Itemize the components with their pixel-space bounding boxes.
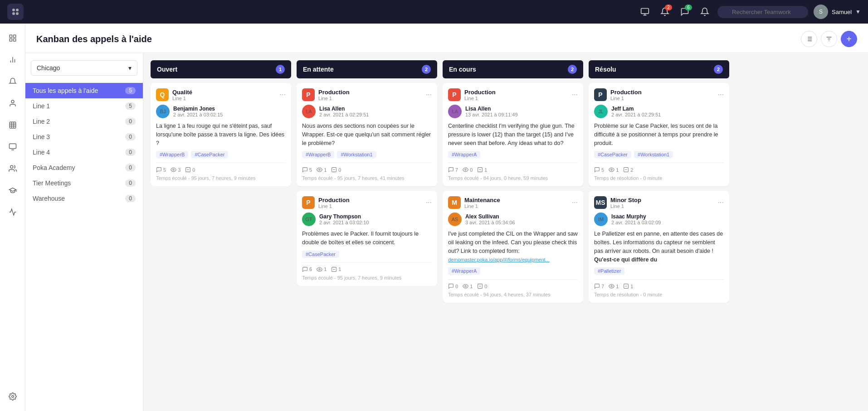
card-more-btn[interactable]: ··· [718, 91, 724, 99]
column-header: En attente 2 [297, 60, 437, 78]
app-logo[interactable] [7, 4, 24, 20]
svg-rect-15 [10, 122, 16, 128]
card-stats: 6 1 1 [302, 266, 341, 272]
card-elapsed: Temps écoulé - 94 jours, 4 heures, 37 mi… [448, 292, 578, 297]
sidebar-nav-item[interactable]: Poka Academy0 [25, 160, 143, 175]
card-more-btn[interactable]: ··· [426, 198, 432, 207]
alerts-nav-btn[interactable] [4, 73, 22, 91]
card-line: Line 1 [610, 96, 642, 101]
svg-point-14 [11, 100, 14, 103]
svg-rect-20 [9, 144, 16, 149]
sidebar-item-label: Line 1 [33, 102, 50, 110]
svg-point-0 [12, 9, 15, 11]
monitor-icon-btn[interactable] [638, 5, 652, 19]
card-tags: #WrapperA [448, 267, 578, 275]
card-tag[interactable]: #Workstation1 [634, 151, 673, 158]
sidebar-item-label: Line 3 [33, 133, 50, 140]
search-input[interactable] [717, 6, 808, 18]
location-dropdown[interactable]: Chicago ▾ [31, 60, 137, 76]
card-more-btn[interactable]: ··· [572, 91, 578, 99]
notifications-btn[interactable]: 2 [658, 5, 672, 19]
card-tag[interactable]: #WrapperA [448, 151, 480, 158]
column-title: Ouvert [157, 66, 177, 73]
kanban-card[interactable]: P Production Line 1 ··· GT Gary Thompson… [297, 191, 437, 286]
nav-count: 0 [125, 164, 136, 171]
kanban-card[interactable]: M Maintenance Line 1 ··· AS Alex Sulliva… [443, 191, 583, 303]
main-content: Kanban des appels à l'aide + [25, 24, 868, 411]
card-more-btn[interactable]: ··· [426, 91, 432, 99]
nav-count: 0 [125, 179, 136, 187]
list-view-btn[interactable] [801, 31, 817, 47]
kanban-card[interactable]: P Production Line 1 ··· JL Jeff Lam 2 av… [589, 83, 729, 186]
card-more-btn[interactable]: ··· [572, 198, 578, 207]
card-tag[interactable]: #Workstation1 [337, 151, 376, 158]
card-more-btn[interactable]: ··· [718, 198, 724, 207]
card-footer: 7 1 1 [594, 279, 724, 289]
svg-point-39 [319, 269, 320, 270]
card-user-name: Isaac Murphy [611, 213, 661, 220]
card-user-info: Alex Sullivan 3 avr. 2021 à 05:34:06 [465, 213, 515, 225]
card-user-name: Gary Thompson [319, 213, 369, 220]
sidebar-nav-item[interactable]: Line 15 [25, 98, 143, 114]
card-tag[interactable]: #CasePacker [594, 151, 631, 158]
analytics-nav-btn[interactable] [4, 51, 22, 69]
column-header: Ouvert 1 [151, 60, 291, 78]
add-btn[interactable]: + [841, 31, 857, 47]
card-footer: 6 1 1 [302, 262, 432, 272]
users-nav-btn[interactable] [4, 94, 22, 112]
team-nav-btn[interactable] [4, 160, 22, 178]
bell-alert-btn[interactable] [697, 5, 712, 19]
card-more-btn[interactable]: ··· [280, 91, 286, 99]
card-tag[interactable]: #CasePacker [191, 151, 228, 158]
card-tags: #WrapperB#CasePacker [156, 151, 286, 158]
svg-point-33 [173, 169, 174, 170]
kanban-cards: Q Qualité Line 1 ··· BJ Benjamin Jones 2… [151, 83, 291, 186]
card-tag[interactable]: #WrapperB [302, 151, 334, 158]
settings-nav-btn[interactable] [4, 387, 22, 406]
messages-stat: 5 [156, 167, 166, 173]
card-stats: 7 0 1 [448, 167, 487, 173]
grid-nav-btn[interactable] [4, 116, 22, 134]
card-tag[interactable]: #CasePacker [302, 251, 339, 258]
card-text: La ligne 1 a feu rouge qui ne s'éteint p… [156, 122, 286, 147]
bar-chart-nav-btn[interactable] [4, 203, 22, 221]
svg-point-51 [611, 285, 612, 287]
dashboard-nav-btn[interactable] [4, 29, 22, 47]
sidebar-nav-item[interactable]: Line 20 [25, 114, 143, 129]
kanban-card[interactable]: Q Qualité Line 1 ··· BJ Benjamin Jones 2… [151, 83, 291, 186]
sidebar-item-label: Line 2 [33, 118, 50, 125]
column-header: En cours 2 [443, 60, 583, 78]
chat-btn[interactable]: 6 [678, 5, 692, 19]
sidebar-nav-item[interactable]: Line 30 [25, 129, 143, 145]
svg-point-48 [611, 169, 612, 170]
screen-nav-btn[interactable] [4, 138, 22, 156]
card-tags: #CasePacker [302, 251, 432, 258]
graduation-nav-btn[interactable] [4, 181, 22, 199]
sidebar-nav-item[interactable]: Line 40 [25, 145, 143, 160]
attachments-stat: 2 [623, 167, 633, 173]
kanban-card[interactable]: MS Minor Stop Line 1 ··· IM Isaac Murphy… [589, 191, 729, 303]
sidebar-nav-item[interactable]: Warehouse0 [25, 191, 143, 206]
card-user-name: Alex Sullivan [465, 213, 515, 220]
card-header: P Production Line 1 ··· [448, 88, 578, 101]
kanban-card[interactable]: P Production Line 1 ··· LA Lisa Allen 13… [443, 83, 583, 186]
card-category: P Production Line 1 [448, 88, 496, 101]
sidebar-nav-item[interactable]: Tier Meetings0 [25, 175, 143, 191]
card-footer: 5 1 0 [302, 163, 432, 173]
card-tag[interactable]: #Palletizer [594, 267, 624, 275]
category-info: Maintenance Line 1 [464, 197, 500, 209]
card-link[interactable]: demomaster.poka.io/app/#/forms/equipment… [448, 256, 550, 263]
attachments-stat: 0 [185, 167, 195, 173]
card-user-info: Benjamin Jones 2 avr. 2021 à 03:02:15 [173, 106, 223, 117]
column-title: Résolu [595, 66, 616, 73]
user-menu[interactable]: S Samuel ▼ [814, 5, 861, 19]
sidebar-nav-item[interactable]: Tous les appels à l'aide5 [25, 83, 143, 98]
card-text: Centerline checklist I'm verifying the g… [448, 122, 578, 147]
card-avatar: JL [594, 105, 608, 118]
card-tag[interactable]: #WrapperA [448, 267, 480, 275]
kanban-card[interactable]: P Production Line 1 ··· LA Lisa Allen 2 … [297, 83, 437, 186]
card-tag[interactable]: #WrapperB [156, 151, 188, 158]
filter-btn[interactable] [821, 31, 837, 47]
card-avatar: LA [302, 105, 316, 118]
card-user-name: Jeff Lam [611, 106, 661, 112]
